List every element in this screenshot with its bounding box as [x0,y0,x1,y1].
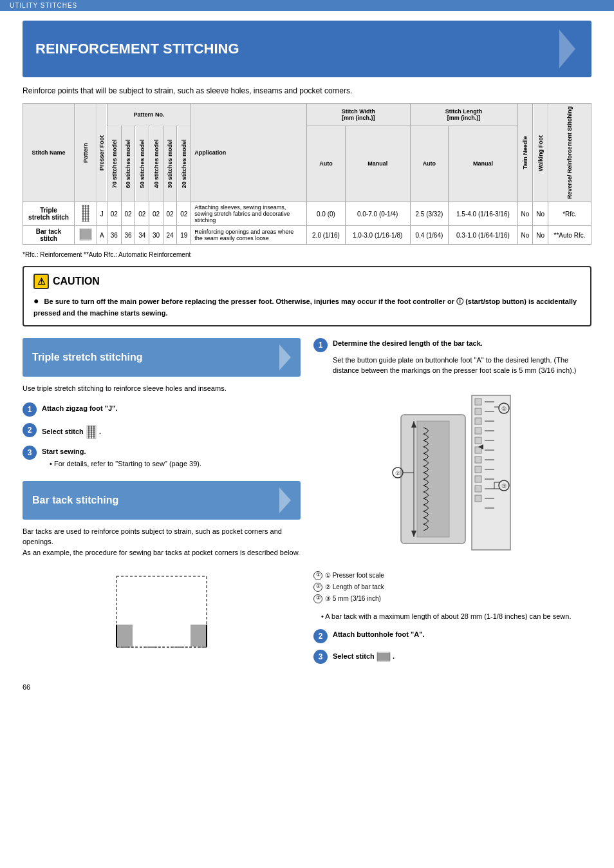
intro-text: Reinforce points that will be subject to… [23,86,591,95]
main-title: REINFORCEMENT STITCHING [35,41,239,57]
col-50: 50 stitches model [135,126,149,202]
triple-step-2-text: Select stitch [42,423,101,439]
pattern-triple [75,202,97,226]
col-20: 20 stitches model [177,126,191,202]
sl-manual-bartack: 0.3-1.0 (1/64-1/16) [449,226,517,245]
right-step-2: 2 Attach buttonhole foot "A". [313,629,591,643]
p30-bartack: 24 [163,226,177,245]
col-stitch-name: Stitch Name [23,104,75,202]
utility-bar: UTILITY STITCHES [0,0,614,11]
col-40: 40 stitches model [149,126,163,202]
app-bartack: Reinforcing openings and areas where the… [191,226,307,245]
svg-rect-72 [475,437,481,444]
p70-triple: 02 [107,202,122,226]
presser-foot-bartack: A [97,226,107,245]
header-arrow [279,344,291,370]
col-stitch-width: Stitch Width[mm (inch.)] [307,104,410,126]
svg-rect-69 [475,408,481,415]
bartack-body-text: Bar tacks are used to reinforce points s… [23,526,301,558]
bullet-icon: ● [33,296,39,306]
utility-bar-label: UTILITY STITCHES [10,2,77,9]
svg-rect-71 [475,428,481,434]
p20-bartack: 19 [177,226,191,245]
bartack-diagram [104,567,219,657]
p60-bartack: 36 [121,226,135,245]
triple-step-2: 2 Select stitch [23,423,301,439]
triple-step-3-subbullet: For details, refer to "Starting to sew" … [50,458,201,469]
triple-section: Triple stretch stitching Use triple stre… [23,338,301,469]
caution-text: ● Be sure to turn off the main power bef… [33,294,581,319]
svg-rect-75 [475,466,481,473]
col-reverse: Reverse/ Reinforcement Stitching [548,104,591,202]
svg-rect-10 [80,229,91,240]
p60-triple: 02 [121,202,135,226]
sw-auto-triple: 0.0 (0) [307,202,346,226]
triple-step-1: 1 Attach zigzag foot "J". [23,402,301,417]
col-sw-auto: Auto [307,126,346,202]
sl-auto-bartack: 0.4 (1/64) [410,226,449,245]
stitch-name-triple: Triplestretch stitch [23,202,75,226]
sw-manual-triple: 0.0-7.0 (0-1/4) [345,202,410,226]
right-step-2-title: Attach buttonhole foot "A". [333,630,424,638]
pattern-bartack [75,226,97,245]
table-footnotes: *Rfc.: Reinforcement **Auto Rfc.: Automa… [23,251,591,258]
table-row: Bar tackstitch A [23,226,591,245]
svg-text:②: ② [395,470,400,476]
presser-foot-diagram: ① ② ③ [313,382,591,565]
right-column: 1 Determine the desired length of the ba… [313,338,591,671]
stitch-table: Stitch Name Pattern Presser Foot Pattern… [23,103,591,245]
col-walking-foot: Walking Foot [533,104,548,202]
right-step-1: 1 Determine the desired length of the ba… [313,338,591,376]
col-pattern: Pattern [75,104,97,202]
caution-icon: ⚠ [33,274,49,289]
bartack-bullet: A bar tack with a maximum length of abou… [321,611,591,622]
bartack-section: Bar tack stitching Bar tacks are used to… [23,481,301,657]
svg-rect-77 [475,486,481,492]
col-60: 60 stitches model [121,126,135,202]
bartack-section-header: Bar tack stitching [23,481,301,520]
col-sl-manual: Manual [449,126,517,202]
svg-rect-29 [116,576,207,647]
walking-bartack: No [533,226,548,245]
p40-triple: 02 [149,202,163,226]
svg-rect-78 [475,495,481,502]
p50-bartack: 34 [135,226,149,245]
svg-rect-68 [475,399,481,405]
triple-section-header: Triple stretch stitching [23,338,301,377]
right-step-3: 3 Select stitch [313,650,591,664]
section-header: REINFORCEMENT STITCHING [23,21,591,77]
two-column-layout: Triple stretch stitching Use triple stre… [23,338,591,671]
col-70: 70 stitches model [107,126,122,202]
left-column: Triple stretch stitching Use triple stre… [23,338,301,671]
svg-rect-93 [417,421,449,537]
sw-manual-bartack: 1.0-3.0 (1/16-1/8) [345,226,410,245]
triple-body-text: Use triple stretch stitching to reinforc… [23,383,301,394]
col-application: Application [191,104,307,202]
sl-manual-triple: 1.5-4.0 (1/16-3/16) [449,202,517,226]
sl-auto-triple: 2.5 (3/32) [410,202,449,226]
header-arrow [279,487,291,513]
col-sw-manual: Manual [345,126,410,202]
p20-triple: 02 [177,202,191,226]
reverse-bartack: **Auto Rfc. [548,226,591,245]
legend-list: ① ① Presser foot scale ② ② Length of bar… [313,570,591,605]
stitch-name-bartack: Bar tackstitch [23,226,75,245]
walking-triple: No [533,202,548,226]
p40-bartack: 30 [149,226,163,245]
caution-title: ⚠ CAUTION [33,274,581,289]
svg-rect-70 [475,418,481,424]
col-sl-auto: Auto [410,126,449,202]
twin-triple: No [517,202,533,226]
svg-text:①: ① [501,406,507,412]
p70-bartack: 36 [107,226,122,245]
sw-auto-bartack: 2.0 (1/16) [307,226,346,245]
triple-step-3-text: Start sewing. For details, refer to "Sta… [42,446,201,469]
right-step-1-body: Set the button guide plate on buttonhole… [333,355,591,376]
triple-step-3: 3 Start sewing. For details, refer to "S… [23,446,301,469]
col-30: 30 stitches model [163,126,177,202]
triple-step-1-text: Attach zigzag foot "J". [42,402,117,412]
presser-foot-triple: J [97,202,107,226]
app-triple: Attaching sleeves, sewing inseams, sewin… [191,202,307,226]
reverse-triple: *Rfc. [548,202,591,226]
page-number: 66 [23,683,591,691]
